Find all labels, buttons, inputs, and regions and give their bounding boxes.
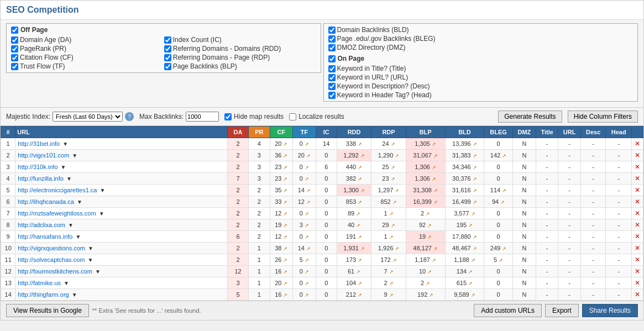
filter-desc[interactable]: Keyword in Description? (Desc)	[328, 82, 633, 90]
url-link[interactable]: http://hansafans.info	[18, 233, 72, 240]
generate-results-button[interactable]: Generate Results	[498, 111, 562, 123]
url-dropdown-button[interactable]: ▼	[88, 245, 93, 251]
view-results-google-button[interactable]: View Results in Google	[6, 304, 89, 317]
delete-row-button[interactable]: ✕	[633, 267, 641, 275]
localize-checkbox[interactable]	[289, 113, 296, 120]
cell-cf: 12 ↗	[270, 208, 292, 219]
url-link[interactable]: http://fatmike.us	[18, 280, 61, 286]
filter-bleg[interactable]: Page .edu/.gov Backlinks (BLEG)	[328, 35, 633, 43]
delete-row-button[interactable]: ✕	[633, 151, 641, 159]
url-dropdown-button[interactable]: ▼	[72, 292, 77, 298]
delete-row-button[interactable]: ✕	[633, 221, 641, 229]
cell-desc: -	[580, 208, 606, 219]
cell-number: 2	[1, 150, 15, 161]
cell-head: -	[606, 254, 632, 266]
url-dropdown-button[interactable]: ▼	[100, 187, 106, 193]
cell-number: 13	[1, 277, 15, 289]
cell-delete: ✕	[632, 243, 643, 254]
cell-dmz: N	[512, 161, 536, 173]
localize-label[interactable]: Localize results	[289, 113, 344, 120]
filter-citation-flow[interactable]: Citation Flow (CF)	[11, 54, 163, 61]
filter-head[interactable]: Keyword in Header Tag? (Head)	[328, 91, 633, 99]
url-link[interactable]: http://electroniccigarettes1.ca	[18, 187, 97, 193]
filter-title[interactable]: Keyword in Title? (Title)	[328, 65, 633, 72]
cell-delete: ✕	[632, 161, 643, 173]
delete-row-button[interactable]: ✕	[633, 140, 641, 148]
max-backlinks-input[interactable]	[186, 112, 219, 122]
url-link[interactable]: http://vigrx101.com	[18, 152, 69, 159]
table-row: 12 http://fourmostkitchens.com ▼ 12 1 16…	[1, 266, 643, 277]
hide-column-filters-button[interactable]: Hide Column Filters	[568, 111, 638, 123]
delete-row-button[interactable]: ✕	[633, 163, 641, 171]
filter-page-backlinks[interactable]: Page Backlinks (BLP)	[164, 62, 316, 70]
cell-url: http://fourmostkitchens.com ▼	[15, 266, 228, 277]
filter-url[interactable]: Keyword in URL? (URL)	[328, 73, 633, 81]
url-dropdown-button[interactable]: ▼	[68, 222, 74, 228]
hide-map-label[interactable]: Hide map results	[224, 113, 284, 120]
table-row: 10 http://vigrxquestions.com ▼ 2 1 38 ↗ …	[1, 243, 643, 254]
filter-bld[interactable]: Domain Backlinks (BLD)	[328, 26, 633, 34]
majestic-index-select[interactable]: Fresh (Last 60 Days) Historic	[53, 112, 123, 122]
delete-row-button[interactable]: ✕	[633, 186, 641, 194]
delete-row-button[interactable]: ✕	[633, 233, 641, 240]
url-dropdown-button[interactable]: ▼	[72, 153, 77, 159]
url-link[interactable]: http://mztsafeweightloss.com	[18, 210, 96, 217]
url-link[interactable]: http://vigrxquestions.com	[18, 245, 85, 251]
url-link[interactable]: http://funzilla.info	[18, 175, 64, 182]
filter-rdd[interactable]: Referring Domains - Domains (RDD)	[164, 45, 316, 52]
delete-row-button[interactable]: ✕	[633, 209, 641, 217]
cell-da: 12	[227, 266, 248, 277]
url-link[interactable]: http://310k.info	[18, 164, 57, 170]
delete-row-button[interactable]: ✕	[633, 256, 641, 264]
url-dropdown-button[interactable]: ▼	[61, 164, 66, 170]
cell-da: 5	[227, 289, 248, 301]
share-results-button[interactable]: Share Results	[582, 304, 638, 317]
on-page-checkbox[interactable]	[328, 55, 336, 62]
filter-index-count[interactable]: Index Count (IC)	[164, 36, 316, 44]
url-link[interactable]: http://31bet.info	[18, 140, 60, 147]
hide-map-checkbox[interactable]	[224, 113, 232, 120]
delete-row-button[interactable]: ✕	[633, 198, 641, 206]
url-dropdown-button[interactable]: ▼	[87, 257, 93, 263]
cell-tf: 0 ↗	[293, 138, 316, 150]
cell-tf: 0 ↗	[293, 289, 316, 301]
url-link[interactable]: http://lihqhcanada.ca	[18, 198, 74, 205]
url-link[interactable]: http://fourmostkitchens.com	[18, 268, 92, 275]
export-button[interactable]: Export	[545, 304, 579, 317]
filter-pagerank[interactable]: PageRank (PR)	[11, 45, 163, 52]
url-dropdown-button[interactable]: ▼	[66, 176, 72, 182]
url-dropdown-button[interactable]: ▼	[64, 280, 69, 286]
filter-rdp[interactable]: Referring Domains - Page (RDP)	[164, 54, 316, 61]
results-table-wrapper[interactable]: # URL DA PR CF TF IC RDD RDP BLP BLD BLE…	[1, 126, 643, 301]
cell-ic: 0	[316, 289, 337, 301]
off-page-checkbox[interactable]	[11, 27, 18, 34]
url-dropdown-button[interactable]: ▼	[99, 211, 104, 217]
url-link[interactable]: http://solvecaptchas.com	[18, 256, 85, 263]
cell-da: 3	[227, 277, 248, 289]
url-link[interactable]: http://adclixa.com	[18, 222, 65, 228]
max-backlinks-group: Max Backlinks:	[139, 112, 219, 122]
cell-blp: 1,187 ↗	[406, 254, 445, 266]
on-page-label: On Page	[338, 55, 365, 62]
cell-ic: 0	[316, 196, 337, 208]
cell-rdp: 1,926 ↗	[371, 243, 406, 254]
filter-trust-flow[interactable]: Trust Flow (TF)	[11, 62, 163, 70]
url-dropdown-button[interactable]: ▼	[95, 269, 101, 275]
filter-dmz[interactable]: DMOZ Directory (DMZ)	[328, 44, 633, 51]
col-number: #	[1, 127, 15, 138]
add-custom-urls-button[interactable]: Add custom URLs	[474, 304, 542, 317]
delete-row-button[interactable]: ✕	[633, 279, 641, 287]
url-dropdown-button[interactable]: ▼	[77, 199, 82, 205]
url-link[interactable]: http://thingfarm.org	[18, 291, 69, 298]
cell-da: 7	[227, 173, 248, 185]
url-dropdown-button[interactable]: ▼	[62, 141, 68, 147]
cell-number: 1	[1, 138, 15, 150]
cell-tf: 20 ↗	[293, 150, 316, 161]
url-dropdown-button[interactable]: ▼	[76, 234, 81, 240]
delete-row-button[interactable]: ✕	[633, 244, 641, 252]
delete-row-button[interactable]: ✕	[633, 291, 641, 298]
filter-domain-age[interactable]: Domain Age (DA)	[11, 36, 163, 44]
delete-row-button[interactable]: ✕	[633, 175, 641, 182]
cell-dmz: N	[512, 243, 536, 254]
help-button[interactable]: ?	[125, 112, 134, 121]
